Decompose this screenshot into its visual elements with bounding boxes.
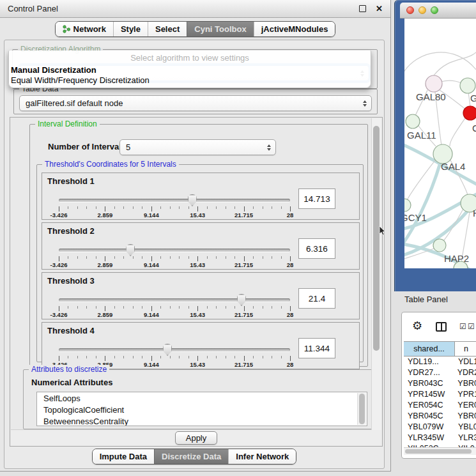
table-data-group: Table Data galFiltered.sif default node: [13, 89, 378, 114]
node-gcy1[interactable]: [404, 199, 411, 211]
node-red-selected[interactable]: [463, 106, 476, 120]
number-of-intervals-combobox[interactable]: 5: [119, 139, 276, 155]
close-icon[interactable]: ✕: [376, 4, 383, 13]
checkbox-icon[interactable]: ☑: [459, 323, 466, 330]
tab-infer-network[interactable]: Infer Network: [228, 449, 296, 464]
cell[interactable]: YDR2: [454, 368, 476, 377]
slider-handle[interactable]: [187, 194, 197, 206]
threshold-coordinates-group-title: Threshold's Coordinates for 5 Intervals: [42, 160, 179, 169]
list-item-selfloops[interactable]: SelfLoops: [37, 392, 367, 404]
threshold-1-value-field[interactable]: 14.713: [298, 188, 335, 209]
cell[interactable]: YDR27...: [404, 368, 454, 377]
tick-label: 2.859: [98, 211, 113, 219]
cell[interactable]: YBR043C: [404, 379, 454, 388]
node-label-gal4: GAL4: [441, 161, 465, 172]
threshold-1-slider: -3.426 2.859 9.144 15.43 21.715 28: [59, 173, 290, 220]
node-gal11[interactable]: [406, 114, 420, 128]
network-canvas[interactable]: GAL80 GA C GAL11 GAL4 GCY1 H HAP2: [404, 19, 476, 268]
slider-handle[interactable]: [163, 344, 173, 356]
threshold-4-value-field[interactable]: 11.344: [298, 338, 335, 358]
tab-jactivemnodules[interactable]: jActiveMNodules: [254, 22, 335, 36]
network-window-titlebar: [400, 3, 476, 19]
table-row[interactable]: YER054CYER0: [404, 399, 476, 410]
node-label-c: C: [472, 123, 476, 134]
list-item-betweennesscentrality[interactable]: BetweennessCentrality: [37, 415, 367, 426]
tab-cyni-toolbox[interactable]: Cyni Toolbox: [187, 22, 253, 36]
zoom-traffic-light-icon[interactable]: [431, 6, 438, 14]
table-row[interactable]: YLR345WYLR3: [404, 432, 476, 443]
cell[interactable]: YBR045C: [404, 411, 454, 420]
number-of-intervals-value: 5: [126, 142, 130, 152]
tab-impute-data[interactable]: Impute Data: [93, 449, 154, 464]
cell[interactable]: YPR145W: [404, 390, 454, 399]
slider-track[interactable]: [59, 249, 290, 252]
slider-handle[interactable]: [236, 294, 246, 306]
column-header-name[interactable]: n: [455, 342, 476, 356]
bottom-tab-strip: Impute Data Discretize Data Infer Networ…: [4, 449, 384, 464]
network-icon: [63, 25, 70, 33]
apply-button[interactable]: Apply: [175, 431, 217, 445]
list-vertical-scrollbar[interactable]: [357, 393, 366, 425]
cell[interactable]: YDL1: [454, 357, 476, 366]
scrollbar-thumb[interactable]: [405, 449, 472, 454]
slider-track[interactable]: [59, 199, 290, 202]
cell[interactable]: YPR1: [454, 390, 476, 399]
list-item-topologicalcoefficient[interactable]: TopologicalCoefficient: [37, 404, 367, 415]
slider-track[interactable]: [59, 348, 290, 351]
tick-label: 21.715: [234, 311, 253, 318]
tab-network[interactable]: Network: [56, 22, 113, 36]
cell[interactable]: YBL079W: [404, 422, 454, 431]
cell[interactable]: YBL0: [454, 422, 476, 431]
numerical-attributes-list[interactable]: SelfLoops TopologicalCoefficient Between…: [36, 392, 367, 426]
node-label-h: H: [473, 208, 476, 219]
tab-discretize-data[interactable]: Discretize Data: [154, 449, 228, 464]
split-columns-icon[interactable]: [436, 322, 447, 332]
table-row[interactable]: YPR145WYPR1: [404, 388, 476, 399]
table-row[interactable]: YDL19...YDL1: [404, 356, 476, 367]
tick-label: 28: [287, 311, 294, 318]
scrollbar-thumb[interactable]: [373, 126, 380, 351]
tick-label: 21.715: [234, 261, 253, 268]
threshold-3-row: Threshold 3 -3.426 2.859 9.144 15.43 21.…: [42, 272, 360, 319]
table-row[interactable]: YDR27...YDR2: [404, 367, 476, 378]
tab-select[interactable]: Select: [148, 22, 187, 36]
node-label-gal11: GAL11: [407, 130, 436, 141]
node-hap2[interactable]: [433, 239, 446, 252]
checkbox-icon[interactable]: ☑: [468, 323, 475, 330]
tab-cyni-toolbox-label: Cyni Toolbox: [194, 24, 246, 34]
cell[interactable]: YLR3: [454, 433, 476, 442]
table-row[interactable]: YIL052CYIL0: [404, 443, 476, 447]
cell[interactable]: YDL19...: [404, 357, 454, 366]
tab-style[interactable]: Style: [113, 22, 148, 36]
table-row[interactable]: YBR043CYBR0: [404, 378, 476, 388]
float-window-icon[interactable]: [359, 5, 366, 12]
cell[interactable]: YER0: [454, 401, 476, 410]
close-traffic-light-icon[interactable]: [406, 6, 414, 14]
table-data-combobox[interactable]: galFiltered.sif default node: [19, 95, 372, 111]
cell[interactable]: YER054C: [404, 401, 454, 410]
slider-handle[interactable]: [126, 244, 135, 256]
control-panel-titlebar: Control Panel ✕: [0, 0, 390, 18]
node-gal80[interactable]: [426, 75, 442, 92]
node-top-right[interactable]: [460, 78, 475, 93]
settings-scroll-pane: Interval Definition Number of Intervals …: [10, 117, 383, 447]
cell[interactable]: YBR0: [454, 379, 476, 388]
threshold-2-value-field[interactable]: 6.316: [298, 238, 335, 259]
threshold-3-value-field[interactable]: 21.4: [298, 288, 335, 309]
dropdown-item-manual-discretization[interactable]: Manual Discretization: [11, 65, 96, 75]
control-panel-window: Control Panel ✕ Network Style Select: [0, 0, 391, 472]
minimize-traffic-light-icon[interactable]: [418, 6, 426, 14]
tick-label: 21.715: [234, 211, 253, 219]
table-row[interactable]: YBR045CYBR0: [404, 410, 476, 421]
dropdown-item-equal-width-frequency[interactable]: Equal Width/Frequency Discretization: [11, 75, 150, 85]
tick-label: 9.144: [144, 361, 159, 368]
table-row[interactable]: YBL079WYBL0: [404, 421, 476, 432]
cell[interactable]: YBR0: [454, 411, 476, 420]
column-header-shared-name[interactable]: shared...: [404, 342, 455, 356]
panel-vertical-scrollbar[interactable]: [371, 118, 381, 430]
gear-icon[interactable]: ⚙: [412, 320, 422, 332]
tick-label: 15.43: [190, 311, 205, 318]
table-horizontal-scrollbar[interactable]: [404, 447, 476, 455]
slider-track[interactable]: [59, 298, 290, 302]
cell[interactable]: YLR345W: [404, 433, 454, 442]
